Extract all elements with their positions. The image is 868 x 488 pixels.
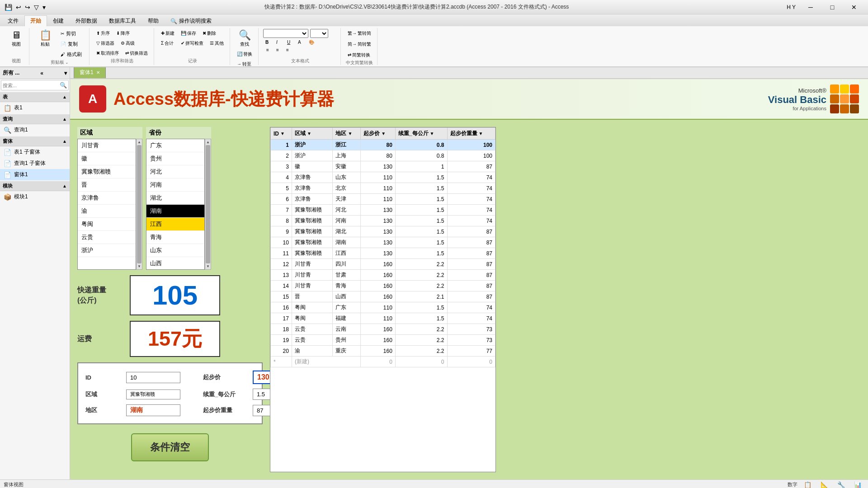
- list-item[interactable]: 山东: [146, 244, 204, 257]
- maximize-btn[interactable]: □: [822, 0, 843, 14]
- undo-btn[interactable]: ↩: [15, 3, 22, 12]
- col-header-perkg[interactable]: 续重_每公斤 ▼: [395, 128, 447, 140]
- id-input[interactable]: [126, 372, 180, 383]
- table-new-row[interactable]: *(新建)000: [271, 357, 495, 367]
- region-scrollbar[interactable]: ▲ ▼: [136, 139, 142, 270]
- datasheet-view-btn[interactable]: 📊: [851, 480, 864, 488]
- form1-tab[interactable]: 窗体1 ✕: [74, 67, 106, 78]
- table-row[interactable]: 5京津鲁北京1101.574: [271, 183, 495, 194]
- table-row[interactable]: 12川甘青四川1602.287: [271, 259, 495, 270]
- list-item[interactable]: 京津鲁: [78, 192, 136, 205]
- table-row[interactable]: 18云贵云南1602.273: [271, 324, 495, 335]
- close-btn[interactable]: ✕: [844, 0, 864, 14]
- col-header-id[interactable]: ID ▼: [271, 128, 292, 140]
- form1-tab-close[interactable]: ✕: [96, 70, 100, 75]
- list-item[interactable]: 浙沪: [78, 244, 136, 257]
- tab-search[interactable]: 🔍 操作说明搜索: [165, 15, 217, 26]
- list-item[interactable]: 广东: [146, 139, 204, 152]
- clear-sort-btn[interactable]: ✖ 取消排序: [94, 49, 121, 58]
- list-item[interactable]: 湖北: [146, 192, 204, 205]
- list-item[interactable]: 山西: [146, 257, 204, 270]
- nav-item-table1[interactable]: 📋 表1: [0, 102, 70, 113]
- align-center-btn[interactable]: ≡: [273, 47, 282, 53]
- nav-item-subform2[interactable]: 📄 查询1 子窗体: [0, 158, 70, 169]
- align-left-btn[interactable]: ≡: [263, 47, 272, 53]
- save-record-btn[interactable]: 💾 保存: [179, 29, 198, 38]
- nav-search-input[interactable]: [3, 83, 60, 88]
- list-item[interactable]: 云贵: [78, 231, 136, 244]
- province-listbox[interactable]: 广东 贵州 河北 河南 湖北 湖南 江西 青海 山东 山西: [146, 139, 205, 270]
- italic-btn[interactable]: I: [274, 39, 283, 46]
- table-row[interactable]: 14川甘青青海1602.287: [271, 281, 495, 291]
- table-row[interactable]: 17粤闽福建1101.574: [271, 313, 495, 324]
- table-row[interactable]: 16粤闽广东1101.574: [271, 302, 495, 313]
- nav-section-modules[interactable]: 模块 ▲: [0, 181, 70, 191]
- table-scroll-area[interactable]: ID ▼ 区域 ▼ 地区 ▼ 起步价 ▼: [270, 127, 495, 472]
- list-item[interactable]: 青海: [146, 231, 204, 244]
- minimize-btn[interactable]: ─: [800, 0, 821, 14]
- font-size-select[interactable]: [310, 29, 328, 38]
- list-item-selected[interactable]: 湖南: [146, 205, 204, 218]
- list-item[interactable]: 徽: [78, 152, 136, 165]
- list-item[interactable]: 渝: [78, 205, 136, 218]
- table-row[interactable]: 13川甘青甘肃1602.287: [271, 270, 495, 281]
- toggle-filter-btn[interactable]: ⇄ 切换筛选: [123, 49, 150, 58]
- simp-to-trad-btn[interactable]: 简→ 简转繁: [345, 40, 373, 49]
- tab-help[interactable]: 帮助: [142, 15, 165, 26]
- save-quick-btn[interactable]: 💾: [4, 3, 13, 12]
- table-row[interactable]: 19云贵贵州1602.273: [271, 335, 495, 346]
- col-header-startprice[interactable]: 起步价 ▼: [361, 128, 396, 140]
- table-row[interactable]: 20渝重庆1602.277: [271, 346, 495, 357]
- delete-btn[interactable]: ✖ 删除: [200, 29, 218, 38]
- area-input[interactable]: [126, 404, 180, 416]
- sum-btn[interactable]: Σ 合计: [159, 39, 177, 48]
- bold-btn[interactable]: B: [263, 39, 272, 46]
- col-header-region[interactable]: 区域 ▼: [292, 128, 332, 140]
- list-item[interactable]: 晋: [78, 178, 136, 192]
- list-item-highlighted[interactable]: 江西: [146, 218, 204, 231]
- align-right-btn[interactable]: ≡: [283, 47, 292, 53]
- table-row[interactable]: 8冀豫鄂湘赣河南1301.574: [271, 216, 495, 226]
- col-header-area[interactable]: 地区 ▼: [333, 128, 361, 140]
- nav-section-tables[interactable]: 表 ▲: [0, 92, 70, 102]
- nav-options-icon[interactable]: ▾: [64, 70, 67, 76]
- tab-dbtools[interactable]: 数据库工具: [103, 15, 142, 26]
- design-view-btn[interactable]: 🔧: [835, 480, 848, 488]
- tab-create[interactable]: 创建: [47, 15, 70, 26]
- new-record-btn[interactable]: ✚ 新建: [159, 29, 177, 38]
- sort-desc-btn[interactable]: ⬇ 降序: [114, 29, 132, 38]
- table-row[interactable]: 7冀豫鄂湘赣河北1301.574: [271, 205, 495, 216]
- replace-btn[interactable]: 🔄 替换: [235, 50, 255, 59]
- tab-file[interactable]: 文件: [2, 15, 24, 26]
- table-row[interactable]: 15晋山西1602.187: [271, 291, 495, 302]
- nav-item-form1[interactable]: 📄 窗体1: [0, 169, 70, 180]
- table-row[interactable]: 6京津鲁天津1101.574: [271, 194, 495, 205]
- province-scrollbar[interactable]: ▲ ▼: [205, 139, 211, 270]
- format-brush-btn[interactable]: 🖌 格式刷: [58, 50, 85, 59]
- redo-btn[interactable]: ↪: [24, 3, 31, 12]
- table-row[interactable]: 3徽安徽130187: [271, 161, 495, 172]
- font-family-select[interactable]: [263, 29, 308, 38]
- sort-asc-btn[interactable]: ⬆ 升序: [94, 29, 112, 38]
- list-item[interactable]: 河北: [146, 165, 204, 178]
- clear-button[interactable]: 条件清空: [131, 433, 209, 461]
- advanced-filter-btn[interactable]: ⚙ 高级: [118, 39, 137, 48]
- table-row[interactable]: 4京津鲁山东1101.574: [271, 172, 495, 183]
- table-row[interactable]: 11冀豫鄂湘赣江西1301.587: [271, 248, 495, 259]
- nav-item-module1[interactable]: 📦 模块1: [0, 191, 70, 202]
- list-item[interactable]: 粤闽: [78, 218, 136, 231]
- cut-btn[interactable]: ✂ 剪切: [58, 29, 85, 38]
- more-quick-btn[interactable]: ▾: [42, 3, 47, 12]
- nav-item-subform1[interactable]: 📄 表1 子窗体: [0, 146, 70, 158]
- list-item[interactable]: 贵州: [146, 152, 204, 165]
- font-color-btn[interactable]: A: [296, 39, 305, 46]
- more-btn[interactable]: ☰ 其他: [208, 39, 226, 48]
- filter-btn[interactable]: ▽ 筛选器: [94, 39, 117, 48]
- list-item[interactable]: 冀豫鄂湘赣: [78, 165, 136, 178]
- list-item[interactable]: 河南: [146, 178, 204, 192]
- form-view-btn[interactable]: 📋: [801, 480, 814, 488]
- spell-btn[interactable]: ✔ 拼写检查: [179, 39, 206, 48]
- region-input[interactable]: [126, 389, 180, 399]
- table-row[interactable]: 10冀豫鄂湘赣湖南1301.587: [271, 237, 495, 248]
- nav-section-forms[interactable]: 窗体 ▲: [0, 136, 70, 146]
